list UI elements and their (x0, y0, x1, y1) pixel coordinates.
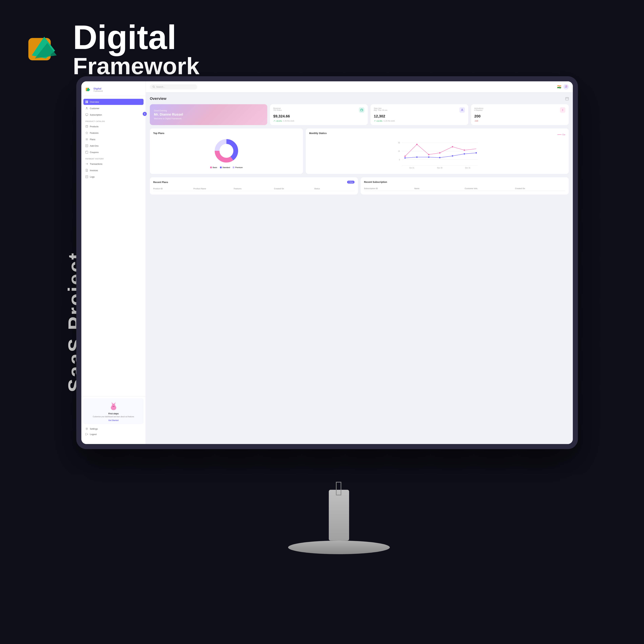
donut-legend: Basic Standard Premium (210, 166, 243, 168)
svg-point-69 (439, 157, 440, 158)
charts-row: Top Plans (150, 128, 569, 174)
col-created-on: Created On (274, 188, 314, 190)
svg-point-31 (113, 405, 113, 406)
svg-marker-45 (562, 109, 563, 111)
nav-item-logs[interactable]: Logs (83, 174, 144, 180)
activations-icon-box (560, 107, 565, 113)
legend-premium-dot (233, 167, 234, 168)
monthly-stats-header: Monthly Statics Ear (309, 132, 565, 137)
svg-point-28 (112, 404, 115, 407)
nav-item-logout[interactable]: Logout (83, 431, 144, 437)
svg-point-71 (464, 153, 465, 155)
nav-item-addons[interactable]: Add-Ons (83, 143, 144, 149)
sidebar-nav: Overview Customer (81, 99, 146, 396)
svg-rect-38 (566, 97, 569, 100)
nav-transactions-label: Transactions (90, 163, 102, 165)
dashboard: Overview Good Evening Mr. (146, 92, 573, 199)
nav-item-overview[interactable]: Overview (83, 99, 144, 105)
revenue-arrow-icon: ↗ (273, 120, 275, 122)
activations-sub: 4 Disputed (474, 109, 483, 111)
nav-item-customer[interactable]: Customer (83, 105, 144, 111)
svg-point-63 (439, 152, 440, 154)
svg-text:Oct 31: Oct 31 (409, 167, 414, 169)
log-icon (85, 175, 88, 178)
svg-point-32 (114, 405, 115, 406)
sidebar-collapse-button[interactable] (143, 112, 146, 116)
nav-item-subscription[interactable]: Subscription (83, 112, 144, 118)
revenue-sub: 731 Orders (273, 109, 282, 111)
sidebar: Digital Framework (81, 81, 146, 444)
nav-subscription-label: Subscription (90, 114, 102, 116)
box-icon (85, 125, 88, 128)
revenue-change-detail: +1.4k this week (283, 120, 294, 122)
top-plans-card: Top Plans (150, 128, 303, 174)
nav-item-settings[interactable]: Settings (83, 426, 144, 431)
welcome-card: Good Evening Mr. Dianne Russel Welcome t… (150, 104, 267, 125)
svg-rect-24 (86, 176, 88, 178)
settings-label: Settings (90, 428, 98, 430)
get-started-button[interactable]: Get Started (86, 419, 141, 421)
arrows-icon (85, 163, 88, 165)
nav-item-plans[interactable]: Plans (83, 136, 144, 142)
stat-card-revenue-header: Revenue 731 Orders (273, 107, 364, 113)
monthly-legend: Ear (557, 134, 565, 136)
monitor: Digital Framework (76, 76, 602, 568)
revenue-value: $9,324.66 (273, 114, 364, 118)
stat-card-activations: Activations 4 Disputed 200 (471, 104, 569, 125)
nav-item-coupons[interactable]: Coupons (83, 149, 144, 155)
recent-subscription-header: Recent Subscription (364, 181, 565, 183)
tag-icon (85, 151, 88, 154)
logo-title: Digital (73, 20, 199, 54)
legend-basic: Basic (210, 166, 217, 168)
main-content: Search... 🇮🇳 (146, 81, 573, 444)
file-icon (85, 169, 88, 172)
search-box[interactable]: Search... (150, 84, 197, 89)
logout-icon (85, 433, 88, 436)
chevron-left-icon (144, 113, 146, 115)
svg-point-6 (86, 107, 87, 108)
logout-label: Logout (90, 433, 97, 436)
logo-icon (27, 31, 64, 68)
col-sub-created-on: Created On (515, 187, 565, 189)
list-icon (85, 138, 88, 141)
svg-marker-29 (112, 402, 113, 404)
svg-text:0: 0 (399, 159, 400, 161)
calendar-icon[interactable] (565, 97, 569, 100)
svg-rect-10 (86, 125, 88, 127)
donut-container: Basic Standard Premium (153, 137, 300, 168)
sidebar-logo-icon (85, 86, 92, 93)
donut-chart (213, 137, 240, 164)
svg-point-33 (86, 428, 87, 429)
flash-icon (561, 109, 564, 111)
stats-row: Good Evening Mr. Dianne Russel Welcome t… (150, 104, 569, 125)
recent-subscription-table-header: Subscription ID Name Customer Info. Crea… (364, 186, 565, 191)
star-icon (85, 132, 88, 134)
logo-text: Digital Framework (73, 20, 199, 78)
activations-change-val: -110 (474, 120, 478, 122)
plus-square-icon (85, 144, 88, 147)
svg-rect-7 (86, 114, 88, 115)
svg-point-67 (416, 156, 418, 158)
svg-rect-3 (87, 101, 88, 102)
first-steps-title: First steps (86, 412, 141, 415)
svg-text:Nov 30: Nov 30 (437, 167, 442, 169)
search-icon (153, 86, 155, 88)
svg-point-65 (464, 149, 465, 151)
signups-icon-box (459, 107, 465, 113)
nav-item-features[interactable]: Features (83, 130, 144, 136)
welcome-sub: Welcome to Digital Framework (154, 117, 263, 120)
legend-basic-label: Basic (213, 166, 217, 168)
grid-icon (85, 100, 88, 103)
nav-item-products[interactable]: Products (83, 123, 144, 129)
nav-item-invoices[interactable]: Invoices (83, 167, 144, 173)
svg-point-64 (452, 146, 453, 147)
product-catalog-section: PRODUCT CATALOG (83, 118, 144, 123)
notification-button[interactable] (563, 84, 569, 89)
hero-logo: Digital Framework (27, 20, 199, 78)
signups-value: 12,302 (374, 114, 465, 118)
nav-item-transactions[interactable]: Transactions (83, 161, 144, 167)
page-title: Overview (150, 96, 166, 101)
svg-point-60 (404, 156, 406, 157)
revenue-label: Revenue (273, 107, 282, 109)
monthly-legend-label: Ear (562, 134, 565, 136)
